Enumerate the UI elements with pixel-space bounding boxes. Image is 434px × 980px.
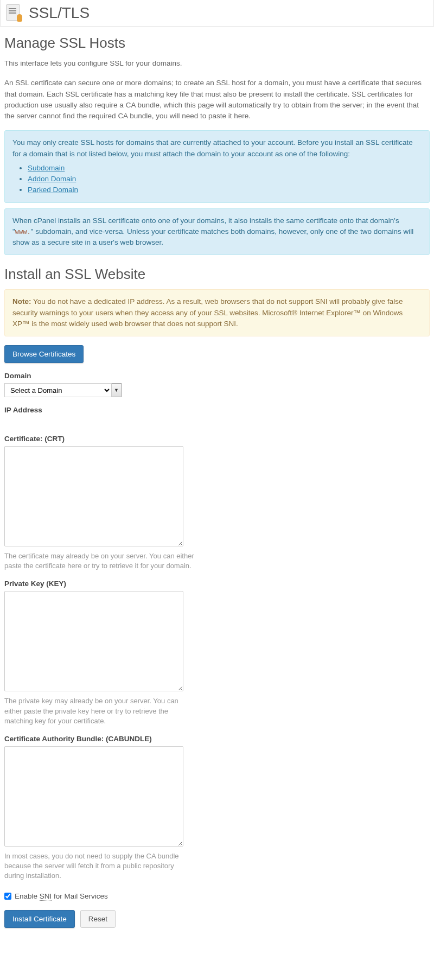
link-parked-domain[interactable]: Parked Domain [28,186,78,194]
reset-button[interactable]: Reset [80,910,116,928]
domain-label: Domain [4,372,430,380]
page-title: SSL/TLS [29,4,90,22]
manage-description: An SSL certificate can secure one or mor… [4,78,430,122]
manage-intro: This interface lets you configure SSL fo… [4,58,430,69]
certificate-label: Certificate: (CRT) [4,435,430,443]
ca-bundle-textarea[interactable] [4,746,183,847]
sni-label: Enable SNI for Mail Services [15,892,108,900]
ip-address-label: IP Address [4,406,430,414]
info-box-www: When cPanel installs an SSL certificate … [4,208,430,256]
certificate-help: The certificate may already be on your s… [4,551,194,571]
enable-sni-checkbox[interactable] [4,893,11,900]
www-mono: www. [15,228,31,236]
install-certificate-button[interactable]: Install Certificate [4,910,75,928]
warning-box-sni: Note: You do not have a dedicated IP add… [4,289,430,336]
note-text: You do not have a dedicated IP address. … [12,297,403,328]
domain-select[interactable]: Select a Domain [4,383,112,397]
link-subdomain[interactable]: Subdomain [28,164,65,172]
private-key-help: The private key may already be on your s… [4,696,194,726]
info-box-domains: You may only create SSL hosts for domain… [4,130,430,202]
manage-heading: Manage SSL Hosts [4,35,430,52]
info-text: You may only create SSL hosts for domain… [12,138,413,157]
private-key-textarea[interactable] [4,591,183,691]
private-key-label: Private Key (KEY) [4,580,430,588]
note-label: Note: [12,297,31,306]
ca-bundle-help: In most cases, you do not need to supply… [4,851,194,881]
install-heading: Install an SSL Website [4,266,430,283]
ca-bundle-label: Certificate Authority Bundle: (CABUNDLE) [4,735,430,743]
ssl-cert-icon [6,4,23,22]
chevron-down-icon[interactable]: ▼ [112,383,122,397]
page-header: SSL/TLS [0,0,434,27]
ip-address-value [4,417,48,426]
certificate-textarea[interactable] [4,446,183,546]
browse-certificates-button[interactable]: Browse Certificates [4,345,84,363]
link-addon-domain[interactable]: Addon Domain [28,175,76,183]
